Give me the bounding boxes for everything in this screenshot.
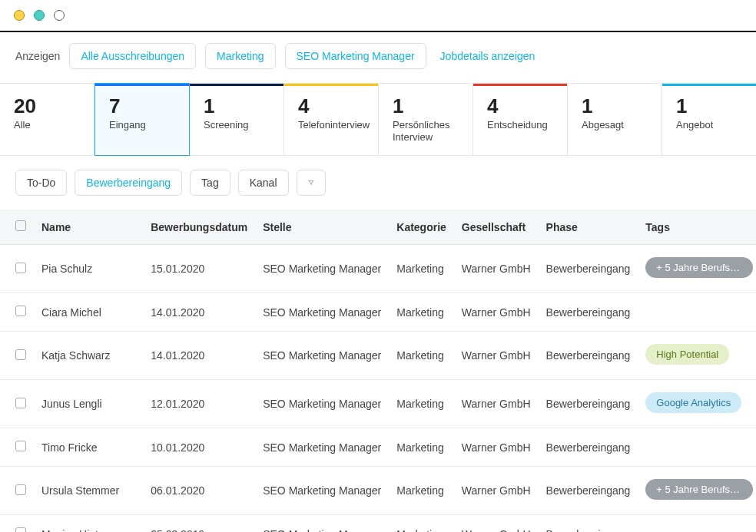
cell-name: Monica Hinteregger bbox=[34, 515, 143, 532]
stage-label: Screening bbox=[204, 119, 273, 131]
table-row[interactable]: Junus Lengli12.01.2020SEO Marketing Mana… bbox=[0, 380, 756, 428]
filter-bar: To-DoBewerbereingangTagKanal bbox=[0, 156, 756, 210]
table-row[interactable]: Ursula Stemmer06.01.2020SEO Marketing Ma… bbox=[0, 467, 756, 515]
cell-stelle: SEO Marketing Manager bbox=[255, 428, 389, 467]
stage-eingang[interactable]: 7Eingang bbox=[94, 83, 190, 156]
tag-pill[interactable]: + 5 Jahre Berufser… bbox=[645, 257, 753, 278]
col-header-kategorie[interactable]: Kategorie bbox=[389, 210, 454, 245]
table-row[interactable]: Monica Hinteregger25.03.2019SEO Marketin… bbox=[0, 515, 756, 532]
filter-kanal[interactable]: Kanal bbox=[238, 170, 289, 196]
cell-kategorie: Marketing bbox=[389, 515, 454, 532]
breadcrumb: Anzeigen Alle Ausschreibungen Marketing … bbox=[0, 43, 756, 83]
row-checkbox-cell bbox=[0, 245, 34, 293]
stage-count: 1 bbox=[204, 96, 273, 116]
filter-tag[interactable]: Tag bbox=[190, 170, 230, 196]
cell-tags: Google Analytics bbox=[638, 380, 756, 428]
filter-bewerbereingang[interactable]: Bewerbereingang bbox=[75, 170, 182, 196]
cell-date: 06.01.2020 bbox=[143, 467, 255, 515]
cell-phase: Bewerbereingang bbox=[539, 332, 638, 380]
cell-name: Timo Fricke bbox=[34, 428, 143, 467]
pipeline-stages: 20Alle7Eingang1Screening4Telefonintervie… bbox=[0, 83, 756, 156]
cell-gesellschaft: Warner GmbH bbox=[454, 245, 539, 293]
stage-count: 20 bbox=[14, 96, 83, 116]
col-header-tags[interactable]: Tags bbox=[638, 210, 756, 245]
table-row[interactable]: Timo Fricke10.01.2020SEO Marketing Manag… bbox=[0, 428, 756, 467]
stage-bar bbox=[473, 84, 567, 86]
filter-icon-button[interactable] bbox=[297, 170, 326, 196]
stage-alle[interactable]: 20Alle bbox=[0, 84, 94, 155]
cell-tags bbox=[638, 293, 756, 332]
table-row[interactable]: Ciara Michel14.01.2020SEO Marketing Mana… bbox=[0, 293, 756, 332]
cell-date: 12.01.2020 bbox=[143, 380, 255, 428]
job-details-link[interactable]: Jobdetails anzeigen bbox=[436, 44, 540, 68]
row-checkbox[interactable] bbox=[15, 263, 26, 273]
row-checkbox-cell bbox=[0, 467, 34, 515]
stage-count: 7 bbox=[109, 96, 178, 116]
col-header-stelle[interactable]: Stelle bbox=[255, 210, 389, 245]
filter-to-do[interactable]: To-Do bbox=[15, 170, 67, 196]
cell-kategorie: Marketing bbox=[389, 245, 454, 293]
cell-gesellschaft: Warner GmbH bbox=[454, 380, 539, 428]
cell-tags bbox=[638, 515, 756, 532]
cell-date: 14.01.2020 bbox=[143, 332, 255, 380]
cell-kategorie: Marketing bbox=[389, 428, 454, 467]
col-header-phase[interactable]: Phase bbox=[539, 210, 638, 245]
stage-count: 1 bbox=[582, 96, 651, 116]
cell-kategorie: Marketing bbox=[389, 293, 454, 332]
window-chrome bbox=[0, 0, 756, 31]
row-checkbox[interactable] bbox=[15, 398, 26, 408]
cell-name: Ursula Stemmer bbox=[34, 467, 143, 515]
window-close-dot[interactable] bbox=[54, 10, 65, 21]
cell-date: 15.01.2020 bbox=[143, 245, 255, 293]
stage-screening[interactable]: 1Screening bbox=[190, 84, 284, 155]
cell-phase: Bewerbereingang bbox=[539, 380, 638, 428]
row-checkbox[interactable] bbox=[15, 484, 26, 495]
col-header-date[interactable]: Bewerbungsdatum bbox=[143, 210, 255, 245]
cell-phase: Bewerbereingang bbox=[539, 515, 638, 532]
cell-tags: High Potential bbox=[638, 332, 756, 380]
cell-date: 10.01.2020 bbox=[143, 428, 255, 467]
funnel-icon bbox=[308, 177, 314, 189]
stage-label: Eingang bbox=[109, 119, 178, 131]
window-maximize-dot[interactable] bbox=[34, 10, 45, 21]
cell-stelle: SEO Marketing Manager bbox=[255, 515, 389, 532]
stage-label: Entscheidung bbox=[487, 119, 556, 131]
cell-name: Katja Schwarz bbox=[34, 332, 143, 380]
table-row[interactable]: Pia Schulz15.01.2020SEO Marketing Manage… bbox=[0, 245, 756, 293]
cell-name: Pia Schulz bbox=[34, 245, 143, 293]
stage-persönliches-interview[interactable]: 1Persönliches Interview bbox=[379, 84, 473, 155]
cell-tags: + 5 Jahre Berufser… bbox=[638, 467, 756, 515]
tag-pill[interactable]: High Potential bbox=[645, 344, 729, 365]
stage-count: 4 bbox=[487, 96, 556, 116]
cell-kategorie: Marketing bbox=[389, 332, 454, 380]
breadcrumb-item-job[interactable]: SEO Marketing Manager bbox=[285, 43, 426, 69]
stage-count: 4 bbox=[298, 96, 367, 116]
stage-count: 1 bbox=[676, 96, 745, 116]
row-checkbox[interactable] bbox=[15, 306, 26, 316]
breadcrumb-item-marketing[interactable]: Marketing bbox=[205, 43, 275, 69]
breadcrumb-label: Anzeigen bbox=[15, 50, 60, 62]
table-row[interactable]: Katja Schwarz14.01.2020SEO Marketing Man… bbox=[0, 332, 756, 380]
row-checkbox[interactable] bbox=[15, 441, 26, 451]
stage-label: Alle bbox=[14, 119, 83, 131]
row-checkbox[interactable] bbox=[15, 527, 26, 532]
stage-bar bbox=[662, 84, 756, 86]
row-checkbox[interactable] bbox=[15, 349, 26, 360]
stage-label: Angebot bbox=[676, 119, 745, 131]
tag-pill[interactable]: Google Analytics bbox=[645, 392, 741, 413]
row-checkbox-cell bbox=[0, 515, 34, 532]
tag-pill[interactable]: + 5 Jahre Berufser… bbox=[645, 479, 753, 500]
select-all-checkbox[interactable] bbox=[15, 220, 26, 231]
window-minimize-dot[interactable] bbox=[14, 10, 25, 21]
col-header-name[interactable]: Name bbox=[34, 210, 143, 245]
breadcrumb-item-all[interactable]: Alle Ausschreibungen bbox=[69, 43, 196, 69]
stage-abgesagt[interactable]: 1Abgesagt bbox=[568, 84, 662, 155]
cell-gesellschaft: Warner GmbH bbox=[454, 428, 539, 467]
stage-angebot[interactable]: 1Angebot bbox=[662, 84, 756, 155]
stage-label: Telefoninterview bbox=[298, 119, 367, 131]
cell-gesellschaft: Warner GmbH bbox=[454, 293, 539, 332]
stage-telefoninterview[interactable]: 4Telefoninterview bbox=[284, 84, 379, 155]
stage-entscheidung[interactable]: 4Entscheidung bbox=[473, 84, 568, 155]
col-header-gesellschaft[interactable]: Gesellschaft bbox=[454, 210, 539, 245]
cell-date: 25.03.2019 bbox=[143, 515, 255, 532]
